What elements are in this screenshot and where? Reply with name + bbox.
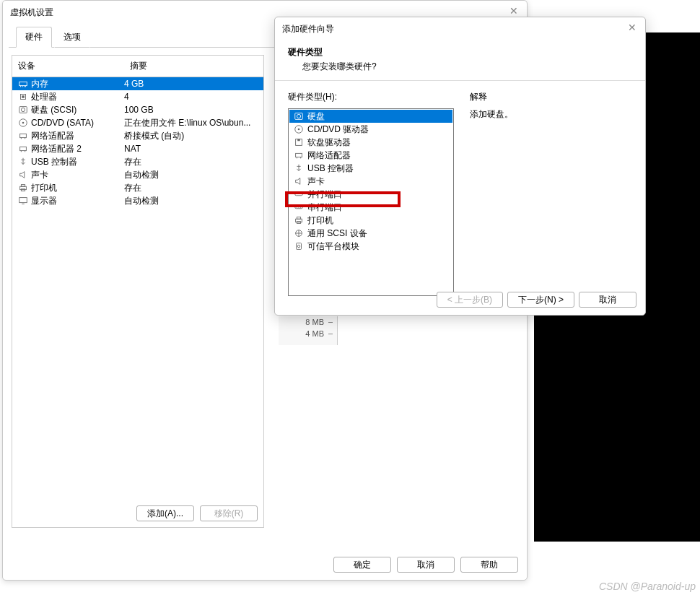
hardware-type-item[interactable]: CD/DVD 驱动器 — [289, 123, 452, 136]
hardware-type-item[interactable]: 打印机 — [289, 214, 452, 227]
next-button[interactable]: 下一步(N) > — [507, 292, 574, 308]
add-hardware-wizard: 添加硬件向导 ✕ 硬件类型 您要安装哪类硬件? 硬件类型(H): 硬盘CD/DV… — [274, 17, 646, 316]
type-label: 通用 SCSI 设备 — [307, 227, 367, 240]
watermark: CSDN @Paranoid-up — [599, 581, 696, 592]
cancel-button[interactable]: 取消 — [397, 557, 455, 573]
mem-tick-label: 4 MB — [305, 329, 324, 338]
type-label: CD/DVD 驱动器 — [307, 123, 369, 136]
hardware-row[interactable]: 处理器4 — [12, 90, 263, 103]
svg-rect-37 — [297, 217, 300, 220]
hardware-row[interactable]: 显示器自动检测 — [12, 194, 263, 207]
network-icon — [18, 144, 28, 154]
hardware-type-item[interactable]: USB 控制器 — [289, 162, 452, 175]
col-summary: 摘要 — [124, 56, 263, 77]
device-name: 显示器 — [31, 195, 57, 207]
svg-point-35 — [300, 207, 301, 207]
device-name: 网络适配器 2 — [31, 143, 82, 155]
sound-icon — [18, 170, 28, 180]
wizard-header-title: 硬件类型 — [288, 46, 632, 58]
hardware-row[interactable]: CD/DVD (SATA)正在使用文件 E:\linux OS\ubun... — [12, 116, 263, 129]
remove-button[interactable]: 移除(R) — [200, 505, 258, 521]
svg-point-10 — [22, 122, 25, 124]
wizard-header-sub: 您要安装哪类硬件? — [288, 61, 632, 73]
hardware-row[interactable]: 网络适配器 2NAT — [12, 142, 263, 155]
device-summary: 桥接模式 (自动) — [124, 130, 258, 142]
svg-point-33 — [297, 207, 297, 207]
close-icon[interactable]: ✕ — [625, 20, 639, 35]
network-icon — [294, 150, 304, 160]
col-device: 设备 — [12, 56, 124, 77]
svg-point-25 — [298, 129, 300, 131]
memory-slider-fragment: 8 MB 4 MB — [279, 316, 338, 345]
printer-icon — [294, 215, 304, 225]
hardware-type-list[interactable]: 硬盘CD/DVD 驱动器软盘驱动器网络适配器USB 控制器声卡并行端口串行端口打… — [288, 108, 454, 296]
ok-button[interactable]: 确定 — [333, 557, 391, 573]
tpm-icon — [294, 241, 304, 251]
device-summary: 存在 — [124, 182, 258, 194]
cd-icon — [294, 124, 304, 134]
svg-rect-11 — [20, 134, 27, 137]
hardware-row[interactable]: USB 控制器存在 — [12, 155, 263, 168]
scsi-icon — [294, 228, 304, 238]
svg-point-41 — [297, 245, 300, 248]
hardware-type-item[interactable]: 通用 SCSI 设备 — [289, 227, 452, 240]
device-name: 硬盘 (SCSI) — [31, 104, 76, 116]
svg-rect-40 — [297, 243, 302, 250]
hardware-type-item[interactable]: 声卡 — [289, 175, 452, 188]
sound-icon — [294, 176, 304, 186]
type-label: 软盘驱动器 — [307, 136, 351, 149]
help-button[interactable]: 帮助 — [460, 557, 518, 573]
type-label: USB 控制器 — [307, 162, 354, 175]
type-label: 网络适配器 — [307, 149, 351, 162]
close-icon[interactable]: ✕ — [507, 4, 521, 18]
hardware-list: 设备 摘要 内存4 GB处理器4硬盘 (SCSI)100 GBCD/DVD (S… — [12, 55, 264, 528]
hardware-type-item[interactable]: 并行端口 — [289, 188, 452, 201]
serial-icon — [294, 202, 304, 212]
hardware-row[interactable]: 网络适配器桥接模式 (自动) — [12, 129, 263, 142]
disk-icon — [18, 105, 28, 115]
hardware-row[interactable]: 打印机存在 — [12, 181, 263, 194]
network-icon — [18, 131, 28, 141]
tab-hardware[interactable]: 硬件 — [16, 27, 52, 48]
tab-options[interactable]: 选项 — [54, 27, 90, 48]
device-summary: NAT — [124, 144, 258, 154]
hardware-type-item[interactable]: 可信平台模块 — [289, 240, 452, 253]
svg-rect-14 — [20, 147, 27, 150]
wizard-header: 硬件类型 您要安装哪类硬件? — [275, 40, 645, 80]
hardware-row[interactable]: 声卡自动检测 — [12, 168, 263, 181]
type-label: 硬盘 — [307, 110, 325, 123]
hardware-type-item[interactable]: 串行端口 — [289, 201, 452, 214]
svg-point-34 — [298, 207, 299, 207]
disk-icon — [294, 111, 304, 121]
wizard-cancel-button[interactable]: 取消 — [579, 292, 636, 308]
svg-point-8 — [21, 108, 25, 111]
svg-point-23 — [297, 114, 300, 118]
device-name: 处理器 — [31, 91, 57, 103]
add-button[interactable]: 添加(A)... — [136, 505, 194, 521]
usb-icon — [18, 157, 28, 167]
cd-icon — [18, 118, 28, 128]
memory-icon — [18, 79, 28, 89]
printer-icon — [18, 183, 28, 193]
hardware-type-item[interactable]: 网络适配器 — [289, 149, 452, 162]
settings-title: 虚拟机设置 — [10, 7, 53, 17]
type-label: 声卡 — [307, 175, 325, 188]
back-button[interactable]: < 上一步(B) — [437, 292, 503, 308]
svg-rect-18 — [21, 185, 25, 187]
hardware-row[interactable]: 内存4 GB — [12, 77, 263, 90]
hardware-type-item[interactable]: 软盘驱动器 — [289, 136, 452, 149]
hardware-type-item[interactable]: 硬盘 — [289, 110, 452, 123]
svg-rect-28 — [296, 153, 302, 157]
explanation-label: 解释 — [470, 91, 513, 103]
type-label: 打印机 — [307, 214, 333, 227]
device-summary: 自动检测 — [124, 195, 258, 207]
floppy-icon — [294, 137, 304, 147]
device-name: 声卡 — [31, 169, 48, 181]
type-label: 可信平台模块 — [307, 240, 359, 253]
device-name: 打印机 — [31, 182, 57, 194]
hardware-row[interactable]: 硬盘 (SCSI)100 GB — [12, 103, 263, 116]
svg-rect-0 — [19, 82, 27, 85]
svg-rect-27 — [297, 139, 300, 142]
device-summary: 自动检测 — [124, 169, 258, 181]
type-label: 并行端口 — [307, 188, 342, 201]
